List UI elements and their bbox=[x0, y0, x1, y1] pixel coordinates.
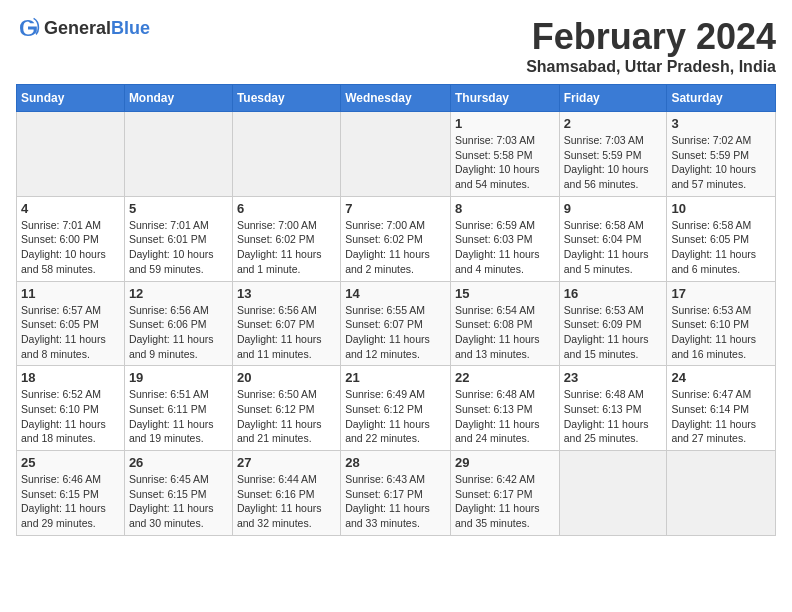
day-info: Sunrise: 6:43 AM Sunset: 6:17 PM Dayligh… bbox=[345, 472, 446, 531]
day-info: Sunrise: 6:57 AM Sunset: 6:05 PM Dayligh… bbox=[21, 303, 120, 362]
calendar-day-cell: 28Sunrise: 6:43 AM Sunset: 6:17 PM Dayli… bbox=[341, 451, 451, 536]
title-area: February 2024 Shamsabad, Uttar Pradesh, … bbox=[526, 16, 776, 76]
day-number: 19 bbox=[129, 370, 228, 385]
calendar-day-cell bbox=[559, 451, 667, 536]
calendar-week-row: 25Sunrise: 6:46 AM Sunset: 6:15 PM Dayli… bbox=[17, 451, 776, 536]
day-number: 28 bbox=[345, 455, 446, 470]
logo-blue-text: Blue bbox=[111, 18, 150, 38]
day-number: 11 bbox=[21, 286, 120, 301]
calendar-day-cell bbox=[341, 112, 451, 197]
day-info: Sunrise: 6:49 AM Sunset: 6:12 PM Dayligh… bbox=[345, 387, 446, 446]
weekday-header-cell: Friday bbox=[559, 85, 667, 112]
day-number: 2 bbox=[564, 116, 663, 131]
calendar-day-cell: 25Sunrise: 6:46 AM Sunset: 6:15 PM Dayli… bbox=[17, 451, 125, 536]
day-number: 17 bbox=[671, 286, 771, 301]
day-info: Sunrise: 6:55 AM Sunset: 6:07 PM Dayligh… bbox=[345, 303, 446, 362]
day-info: Sunrise: 7:02 AM Sunset: 5:59 PM Dayligh… bbox=[671, 133, 771, 192]
day-info: Sunrise: 7:03 AM Sunset: 5:59 PM Dayligh… bbox=[564, 133, 663, 192]
day-info: Sunrise: 6:47 AM Sunset: 6:14 PM Dayligh… bbox=[671, 387, 771, 446]
calendar-day-cell: 4Sunrise: 7:01 AM Sunset: 6:00 PM Daylig… bbox=[17, 196, 125, 281]
day-info: Sunrise: 6:48 AM Sunset: 6:13 PM Dayligh… bbox=[564, 387, 663, 446]
day-number: 4 bbox=[21, 201, 120, 216]
calendar-day-cell bbox=[232, 112, 340, 197]
day-number: 8 bbox=[455, 201, 555, 216]
logo-general-text: General bbox=[44, 18, 111, 38]
calendar-day-cell: 5Sunrise: 7:01 AM Sunset: 6:01 PM Daylig… bbox=[124, 196, 232, 281]
calendar-day-cell bbox=[124, 112, 232, 197]
day-info: Sunrise: 7:01 AM Sunset: 6:01 PM Dayligh… bbox=[129, 218, 228, 277]
day-number: 10 bbox=[671, 201, 771, 216]
page-header: GeneralBlue February 2024 Shamsabad, Utt… bbox=[16, 16, 776, 76]
main-title: February 2024 bbox=[526, 16, 776, 58]
calendar-day-cell: 6Sunrise: 7:00 AM Sunset: 6:02 PM Daylig… bbox=[232, 196, 340, 281]
calendar-week-row: 1Sunrise: 7:03 AM Sunset: 5:58 PM Daylig… bbox=[17, 112, 776, 197]
calendar-week-row: 4Sunrise: 7:01 AM Sunset: 6:00 PM Daylig… bbox=[17, 196, 776, 281]
day-info: Sunrise: 6:51 AM Sunset: 6:11 PM Dayligh… bbox=[129, 387, 228, 446]
day-number: 27 bbox=[237, 455, 336, 470]
day-number: 20 bbox=[237, 370, 336, 385]
weekday-header-row: SundayMondayTuesdayWednesdayThursdayFrid… bbox=[17, 85, 776, 112]
calendar-day-cell: 10Sunrise: 6:58 AM Sunset: 6:05 PM Dayli… bbox=[667, 196, 776, 281]
calendar-day-cell bbox=[17, 112, 125, 197]
calendar-week-row: 18Sunrise: 6:52 AM Sunset: 6:10 PM Dayli… bbox=[17, 366, 776, 451]
day-info: Sunrise: 7:03 AM Sunset: 5:58 PM Dayligh… bbox=[455, 133, 555, 192]
day-info: Sunrise: 7:00 AM Sunset: 6:02 PM Dayligh… bbox=[237, 218, 336, 277]
weekday-header-cell: Saturday bbox=[667, 85, 776, 112]
calendar-day-cell: 9Sunrise: 6:58 AM Sunset: 6:04 PM Daylig… bbox=[559, 196, 667, 281]
weekday-header-cell: Wednesday bbox=[341, 85, 451, 112]
calendar-day-cell: 23Sunrise: 6:48 AM Sunset: 6:13 PM Dayli… bbox=[559, 366, 667, 451]
weekday-header-cell: Thursday bbox=[450, 85, 559, 112]
day-info: Sunrise: 6:45 AM Sunset: 6:15 PM Dayligh… bbox=[129, 472, 228, 531]
weekday-header-cell: Tuesday bbox=[232, 85, 340, 112]
day-number: 15 bbox=[455, 286, 555, 301]
calendar-day-cell: 24Sunrise: 6:47 AM Sunset: 6:14 PM Dayli… bbox=[667, 366, 776, 451]
calendar-day-cell: 20Sunrise: 6:50 AM Sunset: 6:12 PM Dayli… bbox=[232, 366, 340, 451]
day-info: Sunrise: 6:58 AM Sunset: 6:04 PM Dayligh… bbox=[564, 218, 663, 277]
day-info: Sunrise: 6:53 AM Sunset: 6:10 PM Dayligh… bbox=[671, 303, 771, 362]
day-info: Sunrise: 6:48 AM Sunset: 6:13 PM Dayligh… bbox=[455, 387, 555, 446]
calendar-day-cell: 13Sunrise: 6:56 AM Sunset: 6:07 PM Dayli… bbox=[232, 281, 340, 366]
day-info: Sunrise: 6:54 AM Sunset: 6:08 PM Dayligh… bbox=[455, 303, 555, 362]
day-info: Sunrise: 6:59 AM Sunset: 6:03 PM Dayligh… bbox=[455, 218, 555, 277]
day-number: 9 bbox=[564, 201, 663, 216]
day-info: Sunrise: 6:42 AM Sunset: 6:17 PM Dayligh… bbox=[455, 472, 555, 531]
logo: GeneralBlue bbox=[16, 16, 150, 40]
day-info: Sunrise: 6:56 AM Sunset: 6:06 PM Dayligh… bbox=[129, 303, 228, 362]
calendar-day-cell: 26Sunrise: 6:45 AM Sunset: 6:15 PM Dayli… bbox=[124, 451, 232, 536]
day-info: Sunrise: 6:58 AM Sunset: 6:05 PM Dayligh… bbox=[671, 218, 771, 277]
calendar-day-cell: 18Sunrise: 6:52 AM Sunset: 6:10 PM Dayli… bbox=[17, 366, 125, 451]
day-number: 22 bbox=[455, 370, 555, 385]
weekday-header-cell: Sunday bbox=[17, 85, 125, 112]
day-info: Sunrise: 6:44 AM Sunset: 6:16 PM Dayligh… bbox=[237, 472, 336, 531]
calendar-day-cell: 15Sunrise: 6:54 AM Sunset: 6:08 PM Dayli… bbox=[450, 281, 559, 366]
calendar-day-cell: 14Sunrise: 6:55 AM Sunset: 6:07 PM Dayli… bbox=[341, 281, 451, 366]
calendar-body: 1Sunrise: 7:03 AM Sunset: 5:58 PM Daylig… bbox=[17, 112, 776, 536]
calendar-day-cell bbox=[667, 451, 776, 536]
calendar-day-cell: 16Sunrise: 6:53 AM Sunset: 6:09 PM Dayli… bbox=[559, 281, 667, 366]
day-info: Sunrise: 7:00 AM Sunset: 6:02 PM Dayligh… bbox=[345, 218, 446, 277]
day-number: 5 bbox=[129, 201, 228, 216]
day-number: 14 bbox=[345, 286, 446, 301]
day-number: 21 bbox=[345, 370, 446, 385]
calendar-day-cell: 3Sunrise: 7:02 AM Sunset: 5:59 PM Daylig… bbox=[667, 112, 776, 197]
calendar-table: SundayMondayTuesdayWednesdayThursdayFrid… bbox=[16, 84, 776, 536]
day-number: 18 bbox=[21, 370, 120, 385]
day-number: 23 bbox=[564, 370, 663, 385]
day-number: 13 bbox=[237, 286, 336, 301]
day-info: Sunrise: 6:56 AM Sunset: 6:07 PM Dayligh… bbox=[237, 303, 336, 362]
calendar-week-row: 11Sunrise: 6:57 AM Sunset: 6:05 PM Dayli… bbox=[17, 281, 776, 366]
day-info: Sunrise: 6:50 AM Sunset: 6:12 PM Dayligh… bbox=[237, 387, 336, 446]
day-info: Sunrise: 6:52 AM Sunset: 6:10 PM Dayligh… bbox=[21, 387, 120, 446]
subtitle: Shamsabad, Uttar Pradesh, India bbox=[526, 58, 776, 76]
day-number: 7 bbox=[345, 201, 446, 216]
day-number: 29 bbox=[455, 455, 555, 470]
logo-icon bbox=[16, 16, 40, 40]
calendar-day-cell: 29Sunrise: 6:42 AM Sunset: 6:17 PM Dayli… bbox=[450, 451, 559, 536]
day-info: Sunrise: 6:46 AM Sunset: 6:15 PM Dayligh… bbox=[21, 472, 120, 531]
calendar-day-cell: 19Sunrise: 6:51 AM Sunset: 6:11 PM Dayli… bbox=[124, 366, 232, 451]
day-info: Sunrise: 6:53 AM Sunset: 6:09 PM Dayligh… bbox=[564, 303, 663, 362]
day-number: 16 bbox=[564, 286, 663, 301]
calendar-day-cell: 27Sunrise: 6:44 AM Sunset: 6:16 PM Dayli… bbox=[232, 451, 340, 536]
day-number: 24 bbox=[671, 370, 771, 385]
day-number: 1 bbox=[455, 116, 555, 131]
